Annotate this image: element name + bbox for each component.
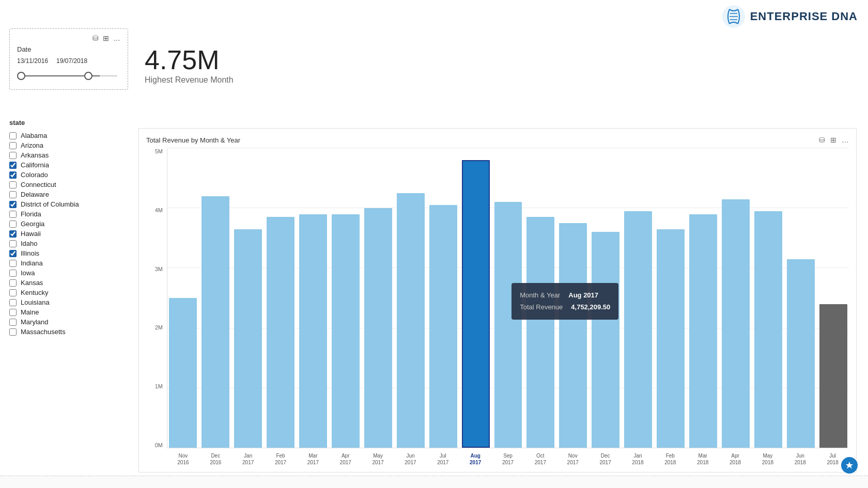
bar-column[interactable]: [200, 148, 231, 448]
state-checkbox[interactable]: [9, 191, 17, 198]
state-item[interactable]: Alabama: [9, 131, 128, 140]
filter-icon[interactable]: ⛁: [92, 34, 99, 42]
bar-column[interactable]: [330, 148, 361, 448]
state-checkbox[interactable]: [9, 142, 17, 149]
bar[interactable]: [689, 214, 717, 448]
bar[interactable]: [397, 193, 425, 448]
bar-column[interactable]: [428, 148, 459, 448]
state-checkbox[interactable]: [9, 260, 17, 267]
bar[interactable]: [592, 232, 619, 448]
state-checkbox[interactable]: [9, 221, 17, 228]
state-item[interactable]: Iowa: [9, 268, 128, 278]
state-checkbox[interactable]: [9, 132, 17, 139]
bar[interactable]: [364, 208, 392, 448]
bar[interactable]: [787, 259, 815, 448]
bar[interactable]: [657, 229, 685, 448]
bar[interactable]: [722, 199, 750, 448]
bar-column[interactable]: [818, 148, 849, 448]
bar-column[interactable]: [493, 148, 524, 448]
slider-thumb-left[interactable]: [17, 72, 25, 80]
bar-column[interactable]: [525, 148, 556, 448]
state-checkbox[interactable]: [9, 171, 17, 179]
bar[interactable]: [462, 160, 490, 448]
bar-column[interactable]: [655, 148, 686, 448]
state-item[interactable]: Delaware: [9, 190, 128, 199]
state-checkbox[interactable]: [9, 230, 17, 238]
state-label: Illinois: [21, 249, 39, 257]
dna-icon: [721, 4, 746, 29]
bar-column[interactable]: [557, 148, 588, 448]
table-icon[interactable]: ⊞: [103, 34, 109, 42]
bar-column[interactable]: [233, 148, 264, 448]
state-checkbox[interactable]: [9, 279, 17, 287]
more-icon[interactable]: …: [113, 34, 120, 42]
state-checkbox[interactable]: [9, 181, 17, 188]
state-item[interactable]: California: [9, 160, 128, 170]
bar-column[interactable]: [688, 148, 719, 448]
bar[interactable]: [169, 298, 197, 448]
chart-filter-icon[interactable]: ⛁: [819, 136, 825, 144]
bar[interactable]: [202, 196, 229, 448]
date-slider[interactable]: [17, 70, 120, 82]
bar[interactable]: [526, 217, 554, 448]
state-checkbox[interactable]: [9, 250, 17, 257]
state-checkbox[interactable]: [9, 152, 17, 159]
bar-column[interactable]: [753, 148, 784, 448]
bar[interactable]: [819, 304, 847, 448]
bar-column[interactable]: [623, 148, 654, 448]
bars-area[interactable]: [167, 148, 849, 448]
state-checkbox[interactable]: [9, 211, 17, 218]
bar[interactable]: [559, 223, 587, 448]
x-label: Sep2017: [492, 450, 524, 469]
bar-column[interactable]: [590, 148, 621, 448]
bar[interactable]: [299, 214, 327, 448]
state-item[interactable]: Georgia: [9, 219, 128, 229]
bar-column[interactable]: [298, 148, 329, 448]
bar-column[interactable]: [460, 148, 491, 448]
state-item[interactable]: Indiana: [9, 258, 128, 268]
state-checkbox[interactable]: [9, 299, 17, 306]
state-item[interactable]: Connecticut: [9, 180, 128, 190]
state-item[interactable]: Kentucky: [9, 288, 128, 297]
state-item[interactable]: Florida: [9, 209, 128, 219]
state-item[interactable]: District of Columbia: [9, 199, 128, 209]
state-item[interactable]: Illinois: [9, 248, 128, 258]
state-item[interactable]: Hawaii: [9, 229, 128, 239]
chart-export-icon[interactable]: ⊞: [830, 136, 836, 144]
subscribe-button[interactable]: [841, 457, 858, 474]
bar[interactable]: [624, 211, 652, 448]
state-checkbox[interactable]: [9, 240, 17, 247]
bar-column[interactable]: [363, 148, 394, 448]
state-item[interactable]: Arizona: [9, 140, 128, 150]
state-item[interactable]: Maine: [9, 307, 128, 317]
state-item[interactable]: Maryland: [9, 317, 128, 327]
state-item[interactable]: Arkansas: [9, 150, 128, 160]
bar[interactable]: [429, 205, 457, 448]
x-label: Aug2017: [459, 450, 492, 469]
state-checkbox[interactable]: [9, 289, 17, 296]
chart-more-icon[interactable]: …: [842, 136, 849, 144]
state-item[interactable]: Louisiana: [9, 297, 128, 307]
bar-column[interactable]: [785, 148, 816, 448]
bar[interactable]: [332, 214, 360, 448]
bar[interactable]: [234, 229, 262, 448]
state-item[interactable]: Idaho: [9, 239, 128, 248]
state-checkbox[interactable]: [9, 319, 17, 326]
x-label: Oct2017: [524, 450, 556, 469]
state-checkbox[interactable]: [9, 309, 17, 316]
state-item[interactable]: Massachusetts: [9, 327, 128, 337]
slider-thumb-right[interactable]: [84, 72, 92, 80]
bar-column[interactable]: [720, 148, 751, 448]
bar[interactable]: [754, 211, 782, 448]
state-checkbox[interactable]: [9, 270, 17, 277]
bar[interactable]: [267, 217, 295, 448]
bar[interactable]: [494, 202, 522, 448]
bar-column[interactable]: [167, 148, 198, 448]
state-item[interactable]: Colorado: [9, 170, 128, 180]
state-checkbox[interactable]: [9, 328, 17, 336]
state-item[interactable]: Kansas: [9, 278, 128, 288]
bar-column[interactable]: [395, 148, 426, 448]
state-checkbox[interactable]: [9, 201, 17, 208]
bar-column[interactable]: [265, 148, 296, 448]
state-checkbox[interactable]: [9, 162, 17, 169]
